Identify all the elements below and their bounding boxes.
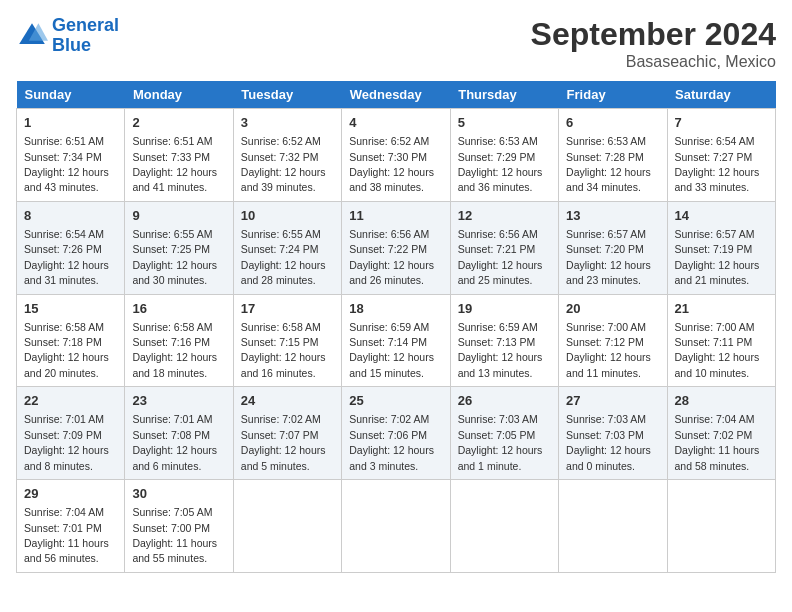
day-info: Sunrise: 6:56 AMSunset: 7:22 PMDaylight:… (349, 228, 434, 286)
col-saturday: Saturday (667, 81, 775, 109)
day-info: Sunrise: 7:01 AMSunset: 7:09 PMDaylight:… (24, 413, 109, 471)
day-number: 30 (132, 485, 225, 503)
col-thursday: Thursday (450, 81, 558, 109)
calendar-cell: 2 Sunrise: 6:51 AMSunset: 7:33 PMDayligh… (125, 109, 233, 202)
col-sunday: Sunday (17, 81, 125, 109)
day-number: 22 (24, 392, 117, 410)
day-number: 13 (566, 207, 659, 225)
day-number: 29 (24, 485, 117, 503)
day-number: 28 (675, 392, 768, 410)
calendar-cell: 25 Sunrise: 7:02 AMSunset: 7:06 PMDaylig… (342, 387, 450, 480)
day-number: 11 (349, 207, 442, 225)
calendar-cell: 16 Sunrise: 6:58 AMSunset: 7:16 PMDaylig… (125, 294, 233, 387)
day-number: 21 (675, 300, 768, 318)
day-info: Sunrise: 7:04 AMSunset: 7:01 PMDaylight:… (24, 506, 109, 564)
calendar-cell: 19 Sunrise: 6:59 AMSunset: 7:13 PMDaylig… (450, 294, 558, 387)
day-number: 6 (566, 114, 659, 132)
day-number: 20 (566, 300, 659, 318)
day-info: Sunrise: 6:59 AMSunset: 7:13 PMDaylight:… (458, 321, 543, 379)
day-number: 5 (458, 114, 551, 132)
calendar-cell (342, 480, 450, 573)
day-number: 14 (675, 207, 768, 225)
col-wednesday: Wednesday (342, 81, 450, 109)
calendar-row: 29 Sunrise: 7:04 AMSunset: 7:01 PMDaylig… (17, 480, 776, 573)
day-number: 3 (241, 114, 334, 132)
calendar-cell (233, 480, 341, 573)
day-info: Sunrise: 7:02 AMSunset: 7:07 PMDaylight:… (241, 413, 326, 471)
day-info: Sunrise: 6:55 AMSunset: 7:24 PMDaylight:… (241, 228, 326, 286)
day-info: Sunrise: 6:56 AMSunset: 7:21 PMDaylight:… (458, 228, 543, 286)
day-info: Sunrise: 6:54 AMSunset: 7:27 PMDaylight:… (675, 135, 760, 193)
calendar-cell: 10 Sunrise: 6:55 AMSunset: 7:24 PMDaylig… (233, 201, 341, 294)
calendar-cell: 15 Sunrise: 6:58 AMSunset: 7:18 PMDaylig… (17, 294, 125, 387)
calendar-cell: 30 Sunrise: 7:05 AMSunset: 7:00 PMDaylig… (125, 480, 233, 573)
day-number: 23 (132, 392, 225, 410)
day-info: Sunrise: 6:53 AMSunset: 7:28 PMDaylight:… (566, 135, 651, 193)
day-number: 25 (349, 392, 442, 410)
calendar-cell: 9 Sunrise: 6:55 AMSunset: 7:25 PMDayligh… (125, 201, 233, 294)
day-number: 16 (132, 300, 225, 318)
day-number: 9 (132, 207, 225, 225)
calendar-cell: 3 Sunrise: 6:52 AMSunset: 7:32 PMDayligh… (233, 109, 341, 202)
calendar-cell: 6 Sunrise: 6:53 AMSunset: 7:28 PMDayligh… (559, 109, 667, 202)
calendar-cell: 14 Sunrise: 6:57 AMSunset: 7:19 PMDaylig… (667, 201, 775, 294)
day-info: Sunrise: 6:53 AMSunset: 7:29 PMDaylight:… (458, 135, 543, 193)
calendar-cell: 5 Sunrise: 6:53 AMSunset: 7:29 PMDayligh… (450, 109, 558, 202)
day-info: Sunrise: 6:58 AMSunset: 7:16 PMDaylight:… (132, 321, 217, 379)
day-number: 1 (24, 114, 117, 132)
calendar-cell: 26 Sunrise: 7:03 AMSunset: 7:05 PMDaylig… (450, 387, 558, 480)
page-header: General Blue September 2024 Basaseachic,… (16, 16, 776, 71)
calendar-cell: 4 Sunrise: 6:52 AMSunset: 7:30 PMDayligh… (342, 109, 450, 202)
day-number: 15 (24, 300, 117, 318)
calendar-cell: 1 Sunrise: 6:51 AMSunset: 7:34 PMDayligh… (17, 109, 125, 202)
logo-icon (16, 20, 48, 52)
day-info: Sunrise: 7:00 AMSunset: 7:12 PMDaylight:… (566, 321, 651, 379)
day-info: Sunrise: 6:57 AMSunset: 7:19 PMDaylight:… (675, 228, 760, 286)
col-monday: Monday (125, 81, 233, 109)
day-info: Sunrise: 6:58 AMSunset: 7:15 PMDaylight:… (241, 321, 326, 379)
logo-line2: Blue (52, 35, 91, 55)
calendar-cell (450, 480, 558, 573)
day-info: Sunrise: 6:58 AMSunset: 7:18 PMDaylight:… (24, 321, 109, 379)
day-info: Sunrise: 7:04 AMSunset: 7:02 PMDaylight:… (675, 413, 760, 471)
day-info: Sunrise: 7:00 AMSunset: 7:11 PMDaylight:… (675, 321, 760, 379)
calendar-row: 22 Sunrise: 7:01 AMSunset: 7:09 PMDaylig… (17, 387, 776, 480)
day-number: 27 (566, 392, 659, 410)
day-info: Sunrise: 7:05 AMSunset: 7:00 PMDaylight:… (132, 506, 217, 564)
calendar-cell: 28 Sunrise: 7:04 AMSunset: 7:02 PMDaylig… (667, 387, 775, 480)
calendar-row: 8 Sunrise: 6:54 AMSunset: 7:26 PMDayligh… (17, 201, 776, 294)
location: Basaseachic, Mexico (531, 53, 776, 71)
calendar-table: Sunday Monday Tuesday Wednesday Thursday… (16, 81, 776, 573)
calendar-cell: 21 Sunrise: 7:00 AMSunset: 7:11 PMDaylig… (667, 294, 775, 387)
calendar-cell (559, 480, 667, 573)
logo: General Blue (16, 16, 119, 56)
calendar-cell: 24 Sunrise: 7:02 AMSunset: 7:07 PMDaylig… (233, 387, 341, 480)
logo-text: General Blue (52, 16, 119, 56)
day-info: Sunrise: 6:55 AMSunset: 7:25 PMDaylight:… (132, 228, 217, 286)
calendar-row: 15 Sunrise: 6:58 AMSunset: 7:18 PMDaylig… (17, 294, 776, 387)
calendar-cell: 27 Sunrise: 7:03 AMSunset: 7:03 PMDaylig… (559, 387, 667, 480)
day-number: 17 (241, 300, 334, 318)
day-info: Sunrise: 7:01 AMSunset: 7:08 PMDaylight:… (132, 413, 217, 471)
day-info: Sunrise: 6:59 AMSunset: 7:14 PMDaylight:… (349, 321, 434, 379)
day-info: Sunrise: 6:52 AMSunset: 7:32 PMDaylight:… (241, 135, 326, 193)
header-row: Sunday Monday Tuesday Wednesday Thursday… (17, 81, 776, 109)
calendar-cell (667, 480, 775, 573)
day-number: 10 (241, 207, 334, 225)
calendar-cell: 18 Sunrise: 6:59 AMSunset: 7:14 PMDaylig… (342, 294, 450, 387)
calendar-cell: 7 Sunrise: 6:54 AMSunset: 7:27 PMDayligh… (667, 109, 775, 202)
day-number: 12 (458, 207, 551, 225)
calendar-body: 1 Sunrise: 6:51 AMSunset: 7:34 PMDayligh… (17, 109, 776, 573)
day-number: 4 (349, 114, 442, 132)
calendar-cell: 8 Sunrise: 6:54 AMSunset: 7:26 PMDayligh… (17, 201, 125, 294)
col-friday: Friday (559, 81, 667, 109)
calendar-cell: 20 Sunrise: 7:00 AMSunset: 7:12 PMDaylig… (559, 294, 667, 387)
title-area: September 2024 Basaseachic, Mexico (531, 16, 776, 71)
day-number: 26 (458, 392, 551, 410)
day-number: 2 (132, 114, 225, 132)
calendar-cell: 23 Sunrise: 7:01 AMSunset: 7:08 PMDaylig… (125, 387, 233, 480)
calendar-row: 1 Sunrise: 6:51 AMSunset: 7:34 PMDayligh… (17, 109, 776, 202)
calendar-cell: 13 Sunrise: 6:57 AMSunset: 7:20 PMDaylig… (559, 201, 667, 294)
logo-line1: General (52, 15, 119, 35)
day-number: 24 (241, 392, 334, 410)
